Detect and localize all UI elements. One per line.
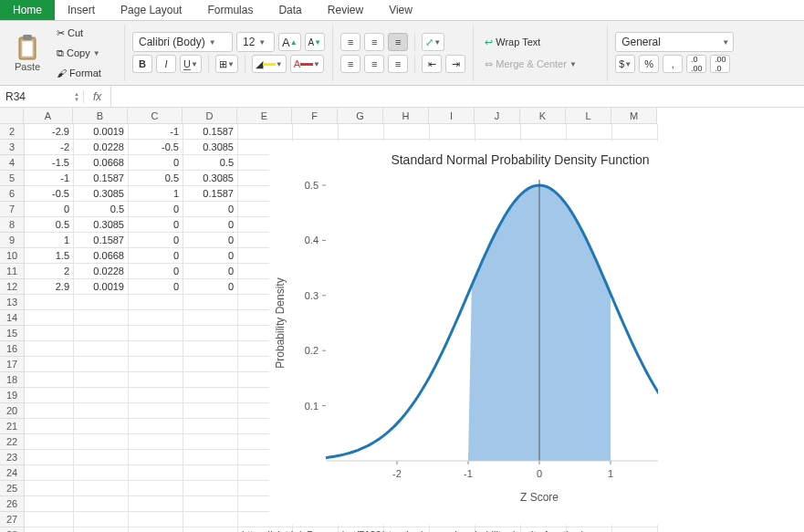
cell-C20[interactable]	[129, 403, 183, 419]
copy-button[interactable]: ⧉ Copy ▼	[53, 44, 117, 62]
cell-A4[interactable]: -1.5	[25, 155, 74, 171]
column-header-I[interactable]: I	[429, 108, 475, 123]
cell-C12[interactable]: 0	[129, 279, 183, 295]
cell-D27[interactable]	[183, 512, 238, 527]
row-header-3[interactable]: 3	[0, 140, 24, 155]
cell-A25[interactable]	[25, 481, 74, 496]
currency-button[interactable]: $▼	[615, 55, 635, 73]
column-header-A[interactable]: A	[24, 108, 73, 123]
cell-A28[interactable]	[25, 527, 74, 532]
cell-F2[interactable]	[293, 124, 339, 140]
column-header-H[interactable]: H	[383, 108, 429, 123]
row-header-14[interactable]: 14	[0, 310, 24, 326]
cell-A27[interactable]	[25, 512, 74, 527]
cell-D19[interactable]	[183, 388, 238, 403]
cell-C15[interactable]	[129, 326, 183, 341]
cell-A18[interactable]	[25, 372, 74, 388]
chart-object[interactable]: Standard Normal Probability Density Func…	[269, 141, 658, 525]
align-right-button[interactable]: ≡	[388, 55, 408, 73]
cell-B6[interactable]: 0.3085	[74, 186, 129, 202]
cell-D23[interactable]	[183, 450, 238, 465]
cell-D8[interactable]: 0	[183, 217, 238, 233]
cell-A5[interactable]: -1	[25, 171, 74, 186]
cell-B15[interactable]	[74, 326, 129, 341]
column-header-K[interactable]: K	[520, 108, 566, 123]
column-header-L[interactable]: L	[566, 108, 611, 123]
row-header-10[interactable]: 10	[0, 248, 24, 264]
column-header-C[interactable]: C	[128, 108, 183, 123]
tab-home[interactable]: Home	[0, 0, 55, 20]
cell-D20[interactable]	[183, 403, 238, 419]
align-left-button[interactable]: ≡	[340, 55, 360, 73]
column-header-D[interactable]: D	[183, 108, 237, 123]
cell-B24[interactable]	[74, 465, 129, 481]
wrap-text-button[interactable]: ↩ Wrap Text	[481, 33, 581, 51]
column-header-E[interactable]: E	[237, 108, 292, 123]
increase-indent-button[interactable]: ⇥	[445, 55, 465, 73]
tab-view[interactable]: View	[376, 0, 425, 20]
cell-C27[interactable]	[129, 512, 183, 527]
font-size-dropdown[interactable]: 12▼	[236, 32, 275, 52]
cell-A7[interactable]: 0	[25, 202, 74, 217]
cell-D18[interactable]	[183, 372, 238, 388]
cell-D7[interactable]: 0	[183, 202, 238, 217]
cell-C21[interactable]	[129, 419, 183, 434]
row-header-17[interactable]: 17	[0, 357, 24, 372]
cell-A26[interactable]	[25, 496, 74, 512]
align-top-button[interactable]: ≡	[340, 33, 360, 51]
cell-B25[interactable]	[74, 481, 129, 496]
row-header-7[interactable]: 7	[0, 202, 24, 217]
cell-J2[interactable]	[475, 124, 521, 140]
cell-D14[interactable]	[183, 310, 238, 326]
select-all-corner[interactable]	[0, 108, 24, 124]
cell-M28[interactable]	[612, 527, 658, 532]
cell-A15[interactable]	[25, 326, 74, 341]
percent-button[interactable]: %	[639, 55, 659, 73]
row-header-19[interactable]: 19	[0, 388, 24, 403]
cut-button[interactable]: ✂ Cut	[53, 24, 117, 42]
align-bottom-button[interactable]: ≡	[388, 33, 408, 51]
bold-button[interactable]: B	[132, 55, 152, 73]
row-header-16[interactable]: 16	[0, 341, 24, 357]
cell-B18[interactable]	[74, 372, 129, 388]
cell-C9[interactable]: 0	[129, 233, 183, 248]
cell-L2[interactable]	[567, 124, 612, 140]
cell-C11[interactable]: 0	[129, 264, 183, 279]
cell-B23[interactable]	[74, 450, 129, 465]
cell-B5[interactable]: 0.1587	[74, 171, 129, 186]
cell-C2[interactable]: -1	[129, 124, 183, 140]
row-header-24[interactable]: 24	[0, 465, 24, 481]
cell-B14[interactable]	[74, 310, 129, 326]
cell-C13[interactable]	[129, 295, 183, 310]
name-box[interactable]: R34 ▲▼	[0, 90, 84, 103]
tab-insert[interactable]: Insert	[55, 0, 108, 20]
cell-C14[interactable]	[129, 310, 183, 326]
column-header-B[interactable]: B	[73, 108, 128, 123]
cell-D16[interactable]	[183, 341, 238, 357]
column-header-J[interactable]: J	[475, 108, 520, 123]
decrease-decimal-button[interactable]: .00.0	[710, 55, 730, 73]
row-header-20[interactable]: 20	[0, 403, 24, 419]
cell-D4[interactable]: 0.5	[183, 155, 238, 171]
cell-C6[interactable]: 1	[129, 186, 183, 202]
cell-A23[interactable]	[25, 450, 74, 465]
row-header-27[interactable]: 27	[0, 512, 24, 527]
formula-input[interactable]	[111, 86, 804, 107]
row-header-21[interactable]: 21	[0, 419, 24, 434]
font-name-dropdown[interactable]: Calibri (Body)▼	[132, 32, 233, 52]
cell-G2[interactable]	[339, 124, 384, 140]
increase-font-button[interactable]: A▲	[278, 33, 301, 51]
cell-D11[interactable]: 0	[183, 264, 238, 279]
align-middle-button[interactable]: ≡	[364, 33, 384, 51]
decrease-font-button[interactable]: A▼	[305, 33, 326, 51]
cell-D13[interactable]	[183, 295, 238, 310]
cell-A20[interactable]	[25, 403, 74, 419]
cell-A21[interactable]	[25, 419, 74, 434]
cell-C4[interactable]: 0	[129, 155, 183, 171]
cell-B4[interactable]: 0.0668	[74, 155, 129, 171]
cell-A8[interactable]: 0.5	[25, 217, 74, 233]
align-center-button[interactable]: ≡	[364, 55, 384, 73]
cell-A22[interactable]	[25, 434, 74, 450]
cell-B28[interactable]	[74, 527, 129, 532]
row-header-15[interactable]: 15	[0, 326, 24, 341]
